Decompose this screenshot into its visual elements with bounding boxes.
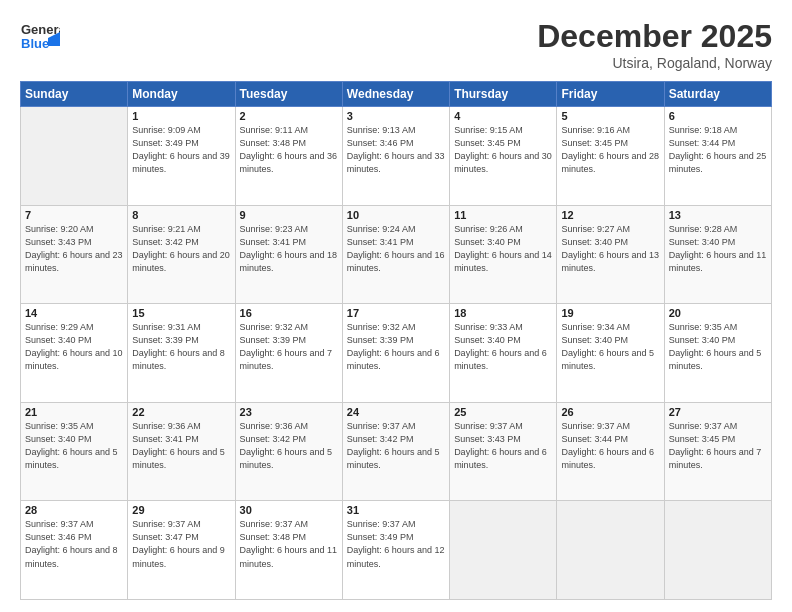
day-number: 9	[240, 209, 338, 221]
day-info: Sunrise: 9:27 AMSunset: 3:40 PMDaylight:…	[561, 223, 659, 275]
day-info: Sunrise: 9:18 AMSunset: 3:44 PMDaylight:…	[669, 124, 767, 176]
day-number: 7	[25, 209, 123, 221]
day-info: Sunrise: 9:26 AMSunset: 3:40 PMDaylight:…	[454, 223, 552, 275]
month-title: December 2025	[537, 18, 772, 55]
weekday-header: Thursday	[450, 82, 557, 107]
calendar-cell: 18Sunrise: 9:33 AMSunset: 3:40 PMDayligh…	[450, 304, 557, 403]
day-number: 8	[132, 209, 230, 221]
day-info: Sunrise: 9:37 AMSunset: 3:46 PMDaylight:…	[25, 518, 123, 570]
calendar-cell: 4Sunrise: 9:15 AMSunset: 3:45 PMDaylight…	[450, 107, 557, 206]
title-block: December 2025 Utsira, Rogaland, Norway	[537, 18, 772, 71]
calendar-cell: 30Sunrise: 9:37 AMSunset: 3:48 PMDayligh…	[235, 501, 342, 600]
location-subtitle: Utsira, Rogaland, Norway	[537, 55, 772, 71]
day-info: Sunrise: 9:09 AMSunset: 3:49 PMDaylight:…	[132, 124, 230, 176]
calendar-cell: 29Sunrise: 9:37 AMSunset: 3:47 PMDayligh…	[128, 501, 235, 600]
calendar-week-row: 1Sunrise: 9:09 AMSunset: 3:49 PMDaylight…	[21, 107, 772, 206]
day-number: 4	[454, 110, 552, 122]
calendar-cell	[557, 501, 664, 600]
day-number: 10	[347, 209, 445, 221]
day-number: 6	[669, 110, 767, 122]
day-number: 18	[454, 307, 552, 319]
calendar-cell: 24Sunrise: 9:37 AMSunset: 3:42 PMDayligh…	[342, 402, 449, 501]
day-info: Sunrise: 9:16 AMSunset: 3:45 PMDaylight:…	[561, 124, 659, 176]
weekday-header: Friday	[557, 82, 664, 107]
svg-text:General: General	[21, 22, 60, 37]
calendar-cell: 6Sunrise: 9:18 AMSunset: 3:44 PMDaylight…	[664, 107, 771, 206]
logo: General Blue	[20, 18, 64, 56]
day-info: Sunrise: 9:37 AMSunset: 3:49 PMDaylight:…	[347, 518, 445, 570]
calendar-cell	[21, 107, 128, 206]
day-number: 11	[454, 209, 552, 221]
calendar-cell: 31Sunrise: 9:37 AMSunset: 3:49 PMDayligh…	[342, 501, 449, 600]
day-info: Sunrise: 9:37 AMSunset: 3:47 PMDaylight:…	[132, 518, 230, 570]
calendar-cell: 28Sunrise: 9:37 AMSunset: 3:46 PMDayligh…	[21, 501, 128, 600]
calendar-cell: 16Sunrise: 9:32 AMSunset: 3:39 PMDayligh…	[235, 304, 342, 403]
calendar-cell	[664, 501, 771, 600]
day-info: Sunrise: 9:37 AMSunset: 3:43 PMDaylight:…	[454, 420, 552, 472]
day-info: Sunrise: 9:23 AMSunset: 3:41 PMDaylight:…	[240, 223, 338, 275]
calendar-cell: 2Sunrise: 9:11 AMSunset: 3:48 PMDaylight…	[235, 107, 342, 206]
calendar-cell: 3Sunrise: 9:13 AMSunset: 3:46 PMDaylight…	[342, 107, 449, 206]
day-info: Sunrise: 9:35 AMSunset: 3:40 PMDaylight:…	[669, 321, 767, 373]
day-info: Sunrise: 9:28 AMSunset: 3:40 PMDaylight:…	[669, 223, 767, 275]
day-info: Sunrise: 9:21 AMSunset: 3:42 PMDaylight:…	[132, 223, 230, 275]
day-info: Sunrise: 9:37 AMSunset: 3:44 PMDaylight:…	[561, 420, 659, 472]
day-number: 1	[132, 110, 230, 122]
calendar-cell: 26Sunrise: 9:37 AMSunset: 3:44 PMDayligh…	[557, 402, 664, 501]
day-info: Sunrise: 9:13 AMSunset: 3:46 PMDaylight:…	[347, 124, 445, 176]
day-number: 5	[561, 110, 659, 122]
day-number: 20	[669, 307, 767, 319]
day-number: 17	[347, 307, 445, 319]
weekday-header: Tuesday	[235, 82, 342, 107]
header: General Blue December 2025 Utsira, Rogal…	[20, 18, 772, 71]
calendar-cell: 5Sunrise: 9:16 AMSunset: 3:45 PMDaylight…	[557, 107, 664, 206]
weekday-header: Wednesday	[342, 82, 449, 107]
day-info: Sunrise: 9:37 AMSunset: 3:45 PMDaylight:…	[669, 420, 767, 472]
calendar-cell: 19Sunrise: 9:34 AMSunset: 3:40 PMDayligh…	[557, 304, 664, 403]
day-info: Sunrise: 9:32 AMSunset: 3:39 PMDaylight:…	[347, 321, 445, 373]
weekday-header-row: SundayMondayTuesdayWednesdayThursdayFrid…	[21, 82, 772, 107]
day-info: Sunrise: 9:37 AMSunset: 3:48 PMDaylight:…	[240, 518, 338, 570]
day-info: Sunrise: 9:36 AMSunset: 3:42 PMDaylight:…	[240, 420, 338, 472]
day-number: 13	[669, 209, 767, 221]
calendar-table: SundayMondayTuesdayWednesdayThursdayFrid…	[20, 81, 772, 600]
day-number: 25	[454, 406, 552, 418]
day-info: Sunrise: 9:33 AMSunset: 3:40 PMDaylight:…	[454, 321, 552, 373]
day-number: 31	[347, 504, 445, 516]
day-number: 12	[561, 209, 659, 221]
calendar-cell: 8Sunrise: 9:21 AMSunset: 3:42 PMDaylight…	[128, 205, 235, 304]
day-number: 24	[347, 406, 445, 418]
calendar-cell: 13Sunrise: 9:28 AMSunset: 3:40 PMDayligh…	[664, 205, 771, 304]
calendar-cell	[450, 501, 557, 600]
day-number: 3	[347, 110, 445, 122]
calendar-cell: 23Sunrise: 9:36 AMSunset: 3:42 PMDayligh…	[235, 402, 342, 501]
day-info: Sunrise: 9:35 AMSunset: 3:40 PMDaylight:…	[25, 420, 123, 472]
day-number: 28	[25, 504, 123, 516]
calendar-cell: 10Sunrise: 9:24 AMSunset: 3:41 PMDayligh…	[342, 205, 449, 304]
day-info: Sunrise: 9:37 AMSunset: 3:42 PMDaylight:…	[347, 420, 445, 472]
day-number: 22	[132, 406, 230, 418]
page: General Blue December 2025 Utsira, Rogal…	[0, 0, 792, 612]
day-number: 16	[240, 307, 338, 319]
day-info: Sunrise: 9:34 AMSunset: 3:40 PMDaylight:…	[561, 321, 659, 373]
calendar-cell: 25Sunrise: 9:37 AMSunset: 3:43 PMDayligh…	[450, 402, 557, 501]
weekday-header: Saturday	[664, 82, 771, 107]
day-info: Sunrise: 9:36 AMSunset: 3:41 PMDaylight:…	[132, 420, 230, 472]
day-info: Sunrise: 9:11 AMSunset: 3:48 PMDaylight:…	[240, 124, 338, 176]
calendar-cell: 15Sunrise: 9:31 AMSunset: 3:39 PMDayligh…	[128, 304, 235, 403]
day-info: Sunrise: 9:20 AMSunset: 3:43 PMDaylight:…	[25, 223, 123, 275]
day-info: Sunrise: 9:29 AMSunset: 3:40 PMDaylight:…	[25, 321, 123, 373]
calendar-cell: 7Sunrise: 9:20 AMSunset: 3:43 PMDaylight…	[21, 205, 128, 304]
day-number: 27	[669, 406, 767, 418]
calendar-cell: 11Sunrise: 9:26 AMSunset: 3:40 PMDayligh…	[450, 205, 557, 304]
weekday-header: Sunday	[21, 82, 128, 107]
day-number: 15	[132, 307, 230, 319]
calendar-cell: 9Sunrise: 9:23 AMSunset: 3:41 PMDaylight…	[235, 205, 342, 304]
day-number: 26	[561, 406, 659, 418]
calendar-cell: 20Sunrise: 9:35 AMSunset: 3:40 PMDayligh…	[664, 304, 771, 403]
day-info: Sunrise: 9:15 AMSunset: 3:45 PMDaylight:…	[454, 124, 552, 176]
calendar-cell: 21Sunrise: 9:35 AMSunset: 3:40 PMDayligh…	[21, 402, 128, 501]
day-number: 2	[240, 110, 338, 122]
calendar-cell: 22Sunrise: 9:36 AMSunset: 3:41 PMDayligh…	[128, 402, 235, 501]
day-info: Sunrise: 9:31 AMSunset: 3:39 PMDaylight:…	[132, 321, 230, 373]
